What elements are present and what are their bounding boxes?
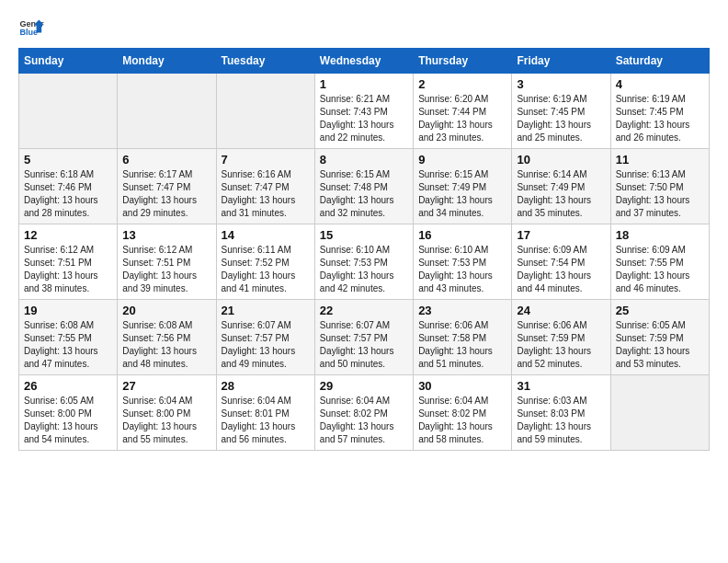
day-info: Sunrise: 6:08 AMSunset: 7:55 PMDaylight:… — [24, 319, 112, 371]
day-number: 28 — [222, 379, 310, 393]
calendar-week-row: 19Sunrise: 6:08 AMSunset: 7:55 PMDayligh… — [19, 300, 710, 375]
day-info: Sunrise: 6:11 AMSunset: 7:52 PMDaylight:… — [222, 244, 310, 295]
calendar-cell: 24Sunrise: 6:06 AMSunset: 7:59 PMDayligh… — [512, 300, 610, 375]
calendar-cell: 17Sunrise: 6:09 AMSunset: 7:54 PMDayligh… — [512, 224, 610, 300]
calendar-cell — [118, 74, 216, 149]
days-of-week-row: SundayMondayTuesdayWednesdayThursdayFrid… — [19, 49, 710, 74]
day-of-week-header: Monday — [118, 49, 216, 74]
day-info: Sunrise: 6:12 AMSunset: 7:51 PMDaylight:… — [122, 244, 210, 295]
day-info: Sunrise: 6:05 AMSunset: 8:00 PMDaylight:… — [24, 395, 112, 446]
day-info: Sunrise: 6:14 AMSunset: 7:49 PMDaylight:… — [517, 168, 605, 220]
day-number: 30 — [418, 379, 506, 393]
day-of-week-header: Wednesday — [314, 49, 413, 74]
day-number: 23 — [418, 304, 506, 317]
day-number: 19 — [24, 304, 112, 317]
calendar-cell: 19Sunrise: 6:08 AMSunset: 7:55 PMDayligh… — [19, 300, 118, 375]
day-number: 20 — [122, 304, 210, 317]
calendar-week-row: 12Sunrise: 6:12 AMSunset: 7:51 PMDayligh… — [19, 224, 710, 300]
calendar-week-row: 1Sunrise: 6:21 AMSunset: 7:43 PMDaylight… — [19, 74, 710, 149]
calendar-cell: 26Sunrise: 6:05 AMSunset: 8:00 PMDayligh… — [19, 375, 118, 451]
day-info: Sunrise: 6:03 AMSunset: 8:03 PMDaylight:… — [517, 395, 605, 446]
day-info: Sunrise: 6:07 AMSunset: 7:57 PMDaylight:… — [222, 319, 310, 371]
day-number: 17 — [517, 228, 605, 242]
calendar-cell: 7Sunrise: 6:16 AMSunset: 7:47 PMDaylight… — [216, 149, 314, 224]
calendar-cell: 10Sunrise: 6:14 AMSunset: 7:49 PMDayligh… — [512, 149, 610, 224]
calendar-cell: 16Sunrise: 6:10 AMSunset: 7:53 PMDayligh… — [414, 224, 512, 300]
day-number: 15 — [320, 228, 408, 242]
day-of-week-header: Saturday — [610, 49, 709, 74]
day-number: 14 — [222, 228, 310, 242]
logo-icon: General Blue — [18, 15, 44, 40]
calendar-cell: 8Sunrise: 6:15 AMSunset: 7:48 PMDaylight… — [314, 149, 413, 224]
day-number: 27 — [122, 379, 210, 393]
day-number: 9 — [418, 153, 506, 167]
calendar-cell — [19, 74, 118, 149]
day-info: Sunrise: 6:04 AMSunset: 8:00 PMDaylight:… — [122, 395, 210, 446]
calendar-cell: 13Sunrise: 6:12 AMSunset: 7:51 PMDayligh… — [118, 224, 216, 300]
day-info: Sunrise: 6:12 AMSunset: 7:51 PMDaylight:… — [24, 244, 112, 295]
day-info: Sunrise: 6:04 AMSunset: 8:02 PMDaylight:… — [418, 395, 506, 446]
calendar-cell: 25Sunrise: 6:05 AMSunset: 7:59 PMDayligh… — [610, 300, 709, 375]
calendar-cell: 14Sunrise: 6:11 AMSunset: 7:52 PMDayligh… — [216, 224, 314, 300]
day-number: 31 — [517, 379, 605, 393]
day-number: 11 — [616, 153, 704, 167]
calendar-cell: 21Sunrise: 6:07 AMSunset: 7:57 PMDayligh… — [216, 300, 314, 375]
day-of-week-header: Thursday — [414, 49, 512, 74]
day-info: Sunrise: 6:06 AMSunset: 7:58 PMDaylight:… — [418, 319, 506, 371]
day-info: Sunrise: 6:08 AMSunset: 7:56 PMDaylight:… — [122, 319, 210, 371]
day-info: Sunrise: 6:20 AMSunset: 7:44 PMDaylight:… — [418, 93, 506, 144]
calendar-cell: 30Sunrise: 6:04 AMSunset: 8:02 PMDayligh… — [414, 375, 512, 451]
day-info: Sunrise: 6:15 AMSunset: 7:49 PMDaylight:… — [418, 168, 506, 220]
calendar-header: SundayMondayTuesdayWednesdayThursdayFrid… — [19, 49, 710, 74]
day-info: Sunrise: 6:04 AMSunset: 8:02 PMDaylight:… — [320, 395, 408, 446]
day-number: 1 — [320, 77, 408, 91]
day-number: 25 — [616, 304, 704, 317]
day-info: Sunrise: 6:10 AMSunset: 7:53 PMDaylight:… — [320, 244, 408, 295]
day-number: 4 — [616, 77, 704, 91]
day-number: 16 — [418, 228, 506, 242]
calendar-cell: 1Sunrise: 6:21 AMSunset: 7:43 PMDaylight… — [314, 74, 413, 149]
calendar-cell: 23Sunrise: 6:06 AMSunset: 7:58 PMDayligh… — [414, 300, 512, 375]
day-number: 22 — [320, 304, 408, 317]
calendar-cell: 4Sunrise: 6:19 AMSunset: 7:45 PMDaylight… — [610, 74, 709, 149]
day-number: 8 — [320, 153, 408, 167]
calendar-cell: 28Sunrise: 6:04 AMSunset: 8:01 PMDayligh… — [216, 375, 314, 451]
calendar-cell: 12Sunrise: 6:12 AMSunset: 7:51 PMDayligh… — [19, 224, 118, 300]
day-info: Sunrise: 6:21 AMSunset: 7:43 PMDaylight:… — [320, 93, 408, 144]
calendar-cell: 5Sunrise: 6:18 AMSunset: 7:46 PMDaylight… — [19, 149, 118, 224]
day-number: 13 — [122, 228, 210, 242]
calendar-week-row: 26Sunrise: 6:05 AMSunset: 8:00 PMDayligh… — [19, 375, 710, 451]
day-number: 18 — [616, 228, 704, 242]
calendar-week-row: 5Sunrise: 6:18 AMSunset: 7:46 PMDaylight… — [19, 149, 710, 224]
day-number: 12 — [24, 228, 112, 242]
day-number: 3 — [517, 77, 605, 91]
svg-text:Blue: Blue — [19, 28, 38, 37]
day-of-week-header: Sunday — [19, 49, 118, 74]
day-info: Sunrise: 6:09 AMSunset: 7:55 PMDaylight:… — [616, 244, 704, 295]
calendar-cell: 22Sunrise: 6:07 AMSunset: 7:57 PMDayligh… — [314, 300, 413, 375]
day-info: Sunrise: 6:04 AMSunset: 8:01 PMDaylight:… — [222, 395, 310, 446]
day-info: Sunrise: 6:19 AMSunset: 7:45 PMDaylight:… — [616, 93, 704, 144]
day-number: 21 — [222, 304, 310, 317]
day-number: 10 — [517, 153, 605, 167]
day-info: Sunrise: 6:19 AMSunset: 7:45 PMDaylight:… — [517, 93, 605, 144]
calendar-cell: 29Sunrise: 6:04 AMSunset: 8:02 PMDayligh… — [314, 375, 413, 451]
day-info: Sunrise: 6:18 AMSunset: 7:46 PMDaylight:… — [24, 168, 112, 220]
calendar-cell: 3Sunrise: 6:19 AMSunset: 7:45 PMDaylight… — [512, 74, 610, 149]
calendar-cell: 31Sunrise: 6:03 AMSunset: 8:03 PMDayligh… — [512, 375, 610, 451]
day-of-week-header: Friday — [512, 49, 610, 74]
calendar-cell — [610, 375, 709, 451]
day-info: Sunrise: 6:06 AMSunset: 7:59 PMDaylight:… — [517, 319, 605, 371]
calendar-cell: 6Sunrise: 6:17 AMSunset: 7:47 PMDaylight… — [118, 149, 216, 224]
day-info: Sunrise: 6:10 AMSunset: 7:53 PMDaylight:… — [418, 244, 506, 295]
day-number: 24 — [517, 304, 605, 317]
calendar-cell: 27Sunrise: 6:04 AMSunset: 8:00 PMDayligh… — [118, 375, 216, 451]
calendar-cell: 11Sunrise: 6:13 AMSunset: 7:50 PMDayligh… — [610, 149, 709, 224]
logo: General Blue — [18, 15, 44, 40]
day-number: 2 — [418, 77, 506, 91]
day-number: 5 — [24, 153, 112, 167]
day-number: 7 — [222, 153, 310, 167]
page-header: General Blue — [18, 15, 710, 40]
calendar-cell: 20Sunrise: 6:08 AMSunset: 7:56 PMDayligh… — [118, 300, 216, 375]
day-info: Sunrise: 6:13 AMSunset: 7:50 PMDaylight:… — [616, 168, 704, 220]
